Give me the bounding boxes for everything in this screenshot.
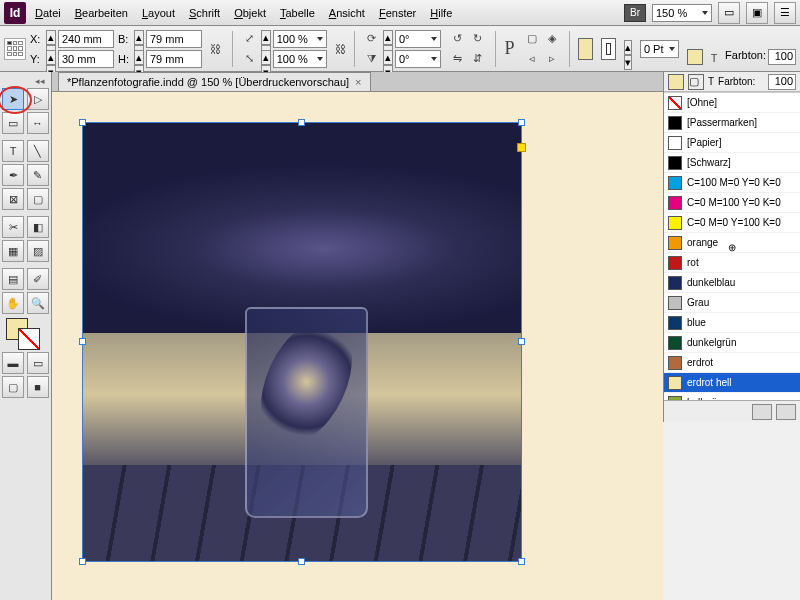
input-stroke-weight[interactable]: 0 Pt: [640, 40, 679, 58]
document-tab[interactable]: *Pflanzenfotografie.indd @ 150 % [Überdr…: [58, 72, 371, 91]
mini-swatch-icon[interactable]: [687, 49, 703, 65]
rectangle-tool[interactable]: ▢: [27, 188, 49, 210]
menu-datei[interactable]: Datei: [28, 4, 68, 22]
constrain-wh-icon[interactable]: ⛓: [206, 40, 224, 58]
apply-gradient-icon[interactable]: ▭: [27, 352, 49, 374]
menu-ansicht[interactable]: Ansicht: [322, 4, 372, 22]
apply-text-icon[interactable]: T: [705, 49, 723, 67]
select-container-icon[interactable]: ▢: [523, 30, 541, 48]
flip-v-icon[interactable]: ⇵: [469, 50, 487, 68]
resize-handle[interactable]: [79, 338, 86, 345]
select-next-icon[interactable]: ▹: [543, 50, 561, 68]
stepper-x[interactable]: ▴▾: [46, 30, 56, 48]
screen-mode-button[interactable]: ▣: [746, 2, 768, 24]
constrain-scale-icon[interactable]: ⛓: [335, 40, 347, 58]
resize-handle[interactable]: [518, 558, 525, 565]
place-text-icon[interactable]: P: [504, 40, 516, 58]
zoom-level-field[interactable]: 150 %: [652, 4, 712, 22]
resize-handle[interactable]: [298, 119, 305, 126]
chevron-down-icon: [702, 11, 708, 15]
rotate-icon: ⟳: [363, 30, 381, 48]
arrange-docs-button[interactable]: ☰: [774, 2, 796, 24]
swatch-chip-icon: [668, 116, 682, 130]
scale-y-icon: ⤡: [241, 50, 259, 68]
menu-fenster[interactable]: Fenster: [372, 4, 423, 22]
gradient-swatch-tool[interactable]: ▦: [2, 240, 24, 262]
menu-schrift[interactable]: Schrift: [182, 4, 227, 22]
input-rotate[interactable]: 0°: [395, 30, 441, 48]
input-x[interactable]: 240 mm: [58, 30, 114, 48]
stepper-y[interactable]: ▴▾: [46, 50, 56, 68]
resize-handle[interactable]: [518, 338, 525, 345]
shear-icon: ⧩: [363, 50, 381, 68]
menu-objekt[interactable]: Objekt: [227, 4, 273, 22]
swatch-row[interactable]: [Passermarken]: [664, 113, 800, 133]
stepper-rotate[interactable]: ▴▾: [383, 30, 393, 48]
pencil-tool[interactable]: ✎: [27, 164, 49, 186]
input-farbton[interactable]: 100: [768, 49, 796, 65]
eyedropper-tool[interactable]: ✐: [27, 268, 49, 290]
label-w: B:: [118, 33, 132, 45]
page-tool[interactable]: ▭: [2, 112, 24, 134]
zoom-tool[interactable]: 🔍: [27, 292, 49, 314]
document-tabbar: *Pflanzenfotografie.indd @ 150 % [Überdr…: [52, 72, 663, 92]
stepper-scale-y[interactable]: ▴▾: [261, 50, 271, 68]
resize-handle[interactable]: [79, 558, 86, 565]
live-corner-handle[interactable]: [517, 143, 526, 152]
fill-color-swatch[interactable]: [578, 38, 593, 60]
rotate-cw-icon[interactable]: ↻: [469, 30, 487, 48]
selection-tool[interactable]: ➤: [2, 88, 24, 110]
close-icon[interactable]: ×: [355, 76, 361, 88]
view-options-button[interactable]: ▭: [718, 2, 740, 24]
note-tool[interactable]: ▤: [2, 268, 24, 290]
resize-handle[interactable]: [518, 119, 525, 126]
direct-selection-tool[interactable]: ▷: [27, 88, 49, 110]
input-w[interactable]: 79 mm: [146, 30, 202, 48]
menu-layout[interactable]: Layout: [135, 4, 182, 22]
flip-h-icon[interactable]: ⇋: [449, 50, 467, 68]
fill-stroke-swatch[interactable]: [2, 316, 49, 350]
document-workspace: *Pflanzenfotografie.indd @ 150 % [Überdr…: [52, 72, 663, 600]
free-transform-tool[interactable]: ◧: [27, 216, 49, 238]
swatches-panel: ▢ T Farbton: 100 [Ohne][Passermarken][Pa…: [663, 72, 800, 422]
stepper-scale-x[interactable]: ▴▾: [261, 30, 271, 48]
placed-image-frame[interactable]: [82, 122, 522, 562]
input-h[interactable]: 79 mm: [146, 50, 202, 68]
bridge-icon[interactable]: Br: [624, 4, 646, 22]
stepper-w[interactable]: ▴▾: [134, 30, 144, 48]
resize-handle[interactable]: [79, 119, 86, 126]
scale-x-icon: ⤢: [241, 30, 259, 48]
input-scale-x[interactable]: 100 %: [273, 30, 327, 48]
stroke-color-swatch[interactable]: [601, 38, 616, 60]
line-tool[interactable]: ╲: [27, 140, 49, 162]
hand-tool[interactable]: ✋: [2, 292, 24, 314]
toolbox: ◂◂ ➤ ▷ ▭ ↔ T ╲ ✒ ✎ ⊠ ▢ ✂ ◧ ▦ ▨ ▤ ✐ ✋ 🔍 ▬…: [0, 72, 52, 600]
resize-handle[interactable]: [298, 558, 305, 565]
stepper-shear[interactable]: ▴▾: [383, 50, 393, 68]
normal-view-icon[interactable]: ▢: [2, 376, 24, 398]
type-tool[interactable]: T: [2, 140, 24, 162]
apply-color-icon[interactable]: ▬: [2, 352, 24, 374]
rotate-ccw-icon[interactable]: ↺: [449, 30, 467, 48]
menu-hilfe[interactable]: Hilfe: [423, 4, 459, 22]
gap-tool[interactable]: ↔: [27, 112, 49, 134]
pen-tool[interactable]: ✒: [2, 164, 24, 186]
scissors-tool[interactable]: ✂: [2, 216, 24, 238]
label-h: H:: [118, 53, 132, 65]
preview-view-icon[interactable]: ■: [27, 376, 49, 398]
input-scale-y[interactable]: 100 %: [273, 50, 327, 68]
rectangle-frame-tool[interactable]: ⊠: [2, 188, 24, 210]
swatches-list[interactable]: [Ohne][Passermarken][Papier][Schwarz]C=1…: [664, 92, 800, 400]
menu-bearbeiten[interactable]: Bearbeiten: [68, 4, 135, 22]
app-badge-indesign: Id: [4, 2, 26, 24]
stepper-h[interactable]: ▴▾: [134, 50, 144, 68]
input-y[interactable]: 30 mm: [58, 50, 114, 68]
select-prev-icon[interactable]: ◃: [523, 50, 541, 68]
gradient-feather-tool[interactable]: ▨: [27, 240, 49, 262]
stepper-stroke[interactable]: ▴▾: [624, 40, 632, 58]
reference-point-widget[interactable]: [4, 38, 26, 60]
menu-tabelle[interactable]: Tabelle: [273, 4, 322, 22]
toolbox-collapse-icon[interactable]: ◂◂: [2, 76, 49, 88]
input-shear[interactable]: 0°: [395, 50, 441, 68]
select-content-icon[interactable]: ◈: [543, 30, 561, 48]
